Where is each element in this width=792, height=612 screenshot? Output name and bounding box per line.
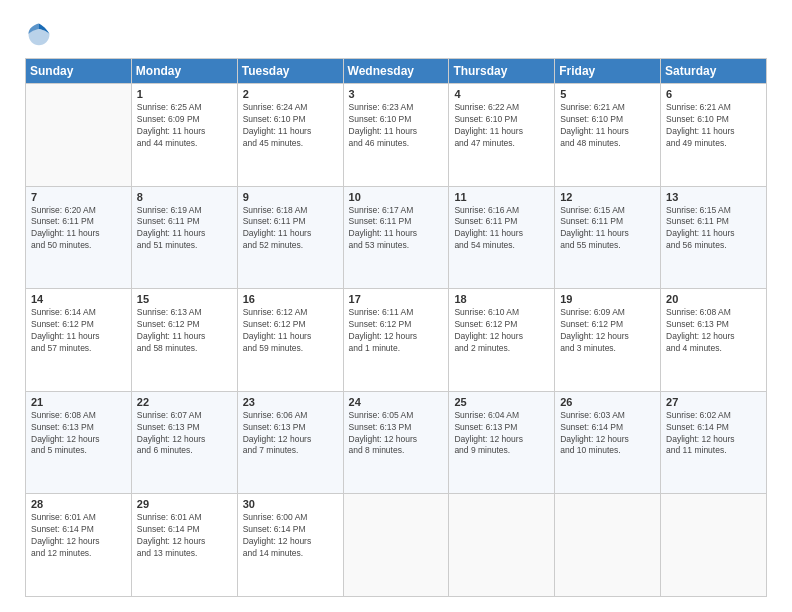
- day-info: Sunrise: 6:04 AM Sunset: 6:13 PM Dayligh…: [454, 410, 549, 458]
- calendar-cell: 15Sunrise: 6:13 AM Sunset: 6:12 PM Dayli…: [131, 289, 237, 392]
- calendar-cell: 12Sunrise: 6:15 AM Sunset: 6:11 PM Dayli…: [555, 186, 661, 289]
- day-info: Sunrise: 6:21 AM Sunset: 6:10 PM Dayligh…: [666, 102, 761, 150]
- calendar-cell: 16Sunrise: 6:12 AM Sunset: 6:12 PM Dayli…: [237, 289, 343, 392]
- day-info: Sunrise: 6:16 AM Sunset: 6:11 PM Dayligh…: [454, 205, 549, 253]
- calendar-cell: [26, 84, 132, 187]
- calendar-header-thursday: Thursday: [449, 59, 555, 84]
- calendar-header-wednesday: Wednesday: [343, 59, 449, 84]
- calendar-cell: 24Sunrise: 6:05 AM Sunset: 6:13 PM Dayli…: [343, 391, 449, 494]
- day-number: 5: [560, 88, 655, 100]
- calendar-cell: 6Sunrise: 6:21 AM Sunset: 6:10 PM Daylig…: [661, 84, 767, 187]
- day-number: 15: [137, 293, 232, 305]
- calendar-week-4: 21Sunrise: 6:08 AM Sunset: 6:13 PM Dayli…: [26, 391, 767, 494]
- calendar-cell: [555, 494, 661, 597]
- calendar-week-2: 7Sunrise: 6:20 AM Sunset: 6:11 PM Daylig…: [26, 186, 767, 289]
- calendar-header-row: SundayMondayTuesdayWednesdayThursdayFrid…: [26, 59, 767, 84]
- calendar-cell: 2Sunrise: 6:24 AM Sunset: 6:10 PM Daylig…: [237, 84, 343, 187]
- day-number: 16: [243, 293, 338, 305]
- day-info: Sunrise: 6:13 AM Sunset: 6:12 PM Dayligh…: [137, 307, 232, 355]
- day-info: Sunrise: 6:15 AM Sunset: 6:11 PM Dayligh…: [666, 205, 761, 253]
- calendar-cell: 21Sunrise: 6:08 AM Sunset: 6:13 PM Dayli…: [26, 391, 132, 494]
- day-info: Sunrise: 6:14 AM Sunset: 6:12 PM Dayligh…: [31, 307, 126, 355]
- day-number: 24: [349, 396, 444, 408]
- calendar-cell: 17Sunrise: 6:11 AM Sunset: 6:12 PM Dayli…: [343, 289, 449, 392]
- calendar-cell: 4Sunrise: 6:22 AM Sunset: 6:10 PM Daylig…: [449, 84, 555, 187]
- calendar-cell: 9Sunrise: 6:18 AM Sunset: 6:11 PM Daylig…: [237, 186, 343, 289]
- calendar-cell: 13Sunrise: 6:15 AM Sunset: 6:11 PM Dayli…: [661, 186, 767, 289]
- day-number: 29: [137, 498, 232, 510]
- day-info: Sunrise: 6:18 AM Sunset: 6:11 PM Dayligh…: [243, 205, 338, 253]
- day-info: Sunrise: 6:20 AM Sunset: 6:11 PM Dayligh…: [31, 205, 126, 253]
- day-info: Sunrise: 6:24 AM Sunset: 6:10 PM Dayligh…: [243, 102, 338, 150]
- calendar-cell: 5Sunrise: 6:21 AM Sunset: 6:10 PM Daylig…: [555, 84, 661, 187]
- calendar-cell: 27Sunrise: 6:02 AM Sunset: 6:14 PM Dayli…: [661, 391, 767, 494]
- day-info: Sunrise: 6:06 AM Sunset: 6:13 PM Dayligh…: [243, 410, 338, 458]
- calendar-header-sunday: Sunday: [26, 59, 132, 84]
- calendar-cell: 20Sunrise: 6:08 AM Sunset: 6:13 PM Dayli…: [661, 289, 767, 392]
- day-number: 3: [349, 88, 444, 100]
- day-info: Sunrise: 6:22 AM Sunset: 6:10 PM Dayligh…: [454, 102, 549, 150]
- day-number: 26: [560, 396, 655, 408]
- calendar-cell: 22Sunrise: 6:07 AM Sunset: 6:13 PM Dayli…: [131, 391, 237, 494]
- day-number: 22: [137, 396, 232, 408]
- logo-icon: [25, 20, 53, 48]
- day-info: Sunrise: 6:21 AM Sunset: 6:10 PM Dayligh…: [560, 102, 655, 150]
- calendar-table: SundayMondayTuesdayWednesdayThursdayFrid…: [25, 58, 767, 597]
- day-number: 7: [31, 191, 126, 203]
- day-number: 1: [137, 88, 232, 100]
- day-info: Sunrise: 6:05 AM Sunset: 6:13 PM Dayligh…: [349, 410, 444, 458]
- day-info: Sunrise: 6:08 AM Sunset: 6:13 PM Dayligh…: [666, 307, 761, 355]
- day-number: 11: [454, 191, 549, 203]
- calendar-cell: 8Sunrise: 6:19 AM Sunset: 6:11 PM Daylig…: [131, 186, 237, 289]
- calendar-header-tuesday: Tuesday: [237, 59, 343, 84]
- day-number: 27: [666, 396, 761, 408]
- day-info: Sunrise: 6:15 AM Sunset: 6:11 PM Dayligh…: [560, 205, 655, 253]
- day-info: Sunrise: 6:19 AM Sunset: 6:11 PM Dayligh…: [137, 205, 232, 253]
- day-number: 25: [454, 396, 549, 408]
- day-number: 28: [31, 498, 126, 510]
- page: SundayMondayTuesdayWednesdayThursdayFrid…: [0, 0, 792, 612]
- calendar-week-5: 28Sunrise: 6:01 AM Sunset: 6:14 PM Dayli…: [26, 494, 767, 597]
- calendar-cell: 29Sunrise: 6:01 AM Sunset: 6:14 PM Dayli…: [131, 494, 237, 597]
- calendar-cell: 11Sunrise: 6:16 AM Sunset: 6:11 PM Dayli…: [449, 186, 555, 289]
- day-number: 2: [243, 88, 338, 100]
- day-info: Sunrise: 6:00 AM Sunset: 6:14 PM Dayligh…: [243, 512, 338, 560]
- day-info: Sunrise: 6:02 AM Sunset: 6:14 PM Dayligh…: [666, 410, 761, 458]
- calendar-cell: 14Sunrise: 6:14 AM Sunset: 6:12 PM Dayli…: [26, 289, 132, 392]
- day-info: Sunrise: 6:01 AM Sunset: 6:14 PM Dayligh…: [31, 512, 126, 560]
- calendar-cell: 28Sunrise: 6:01 AM Sunset: 6:14 PM Dayli…: [26, 494, 132, 597]
- day-number: 17: [349, 293, 444, 305]
- day-info: Sunrise: 6:07 AM Sunset: 6:13 PM Dayligh…: [137, 410, 232, 458]
- day-info: Sunrise: 6:11 AM Sunset: 6:12 PM Dayligh…: [349, 307, 444, 355]
- calendar-cell: 23Sunrise: 6:06 AM Sunset: 6:13 PM Dayli…: [237, 391, 343, 494]
- calendar-cell: 30Sunrise: 6:00 AM Sunset: 6:14 PM Dayli…: [237, 494, 343, 597]
- calendar-cell: [343, 494, 449, 597]
- calendar-cell: 19Sunrise: 6:09 AM Sunset: 6:12 PM Dayli…: [555, 289, 661, 392]
- day-number: 8: [137, 191, 232, 203]
- day-info: Sunrise: 6:08 AM Sunset: 6:13 PM Dayligh…: [31, 410, 126, 458]
- calendar-cell: 25Sunrise: 6:04 AM Sunset: 6:13 PM Dayli…: [449, 391, 555, 494]
- day-number: 9: [243, 191, 338, 203]
- day-number: 6: [666, 88, 761, 100]
- day-number: 4: [454, 88, 549, 100]
- calendar-header-monday: Monday: [131, 59, 237, 84]
- day-info: Sunrise: 6:10 AM Sunset: 6:12 PM Dayligh…: [454, 307, 549, 355]
- calendar-cell: 26Sunrise: 6:03 AM Sunset: 6:14 PM Dayli…: [555, 391, 661, 494]
- day-number: 18: [454, 293, 549, 305]
- day-info: Sunrise: 6:25 AM Sunset: 6:09 PM Dayligh…: [137, 102, 232, 150]
- day-info: Sunrise: 6:23 AM Sunset: 6:10 PM Dayligh…: [349, 102, 444, 150]
- calendar-cell: 7Sunrise: 6:20 AM Sunset: 6:11 PM Daylig…: [26, 186, 132, 289]
- day-number: 12: [560, 191, 655, 203]
- calendar-cell: [449, 494, 555, 597]
- header: [25, 20, 767, 48]
- calendar-week-3: 14Sunrise: 6:14 AM Sunset: 6:12 PM Dayli…: [26, 289, 767, 392]
- day-info: Sunrise: 6:09 AM Sunset: 6:12 PM Dayligh…: [560, 307, 655, 355]
- calendar-cell: 18Sunrise: 6:10 AM Sunset: 6:12 PM Dayli…: [449, 289, 555, 392]
- day-number: 13: [666, 191, 761, 203]
- calendar-cell: 10Sunrise: 6:17 AM Sunset: 6:11 PM Dayli…: [343, 186, 449, 289]
- calendar-header-friday: Friday: [555, 59, 661, 84]
- day-number: 30: [243, 498, 338, 510]
- calendar-cell: 1Sunrise: 6:25 AM Sunset: 6:09 PM Daylig…: [131, 84, 237, 187]
- calendar-cell: 3Sunrise: 6:23 AM Sunset: 6:10 PM Daylig…: [343, 84, 449, 187]
- day-number: 10: [349, 191, 444, 203]
